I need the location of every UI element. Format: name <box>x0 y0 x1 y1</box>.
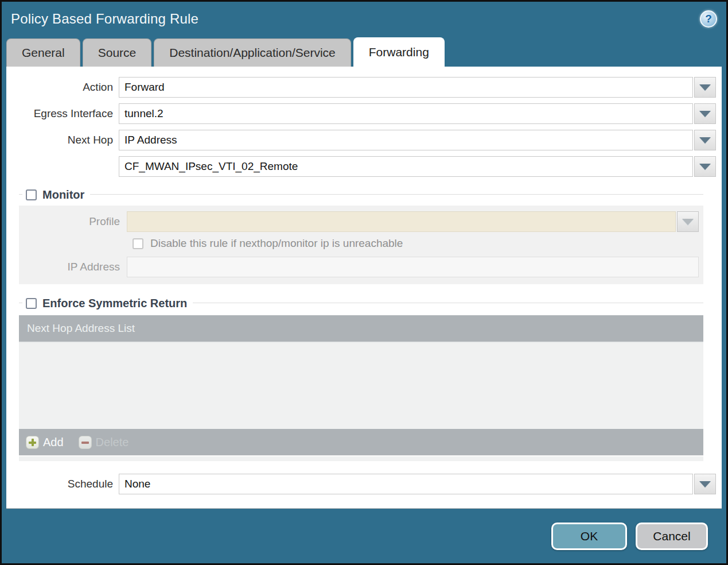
help-icon[interactable]: ? <box>700 10 717 28</box>
tab-source[interactable]: Source <box>83 38 152 67</box>
schedule-dropdown-button[interactable] <box>694 474 716 494</box>
monitor-legend: Monitor <box>19 187 703 202</box>
plus-icon <box>26 436 39 449</box>
next-hop-type-input[interactable]: IP Address <box>119 130 693 150</box>
monitor-body: Profile Disable this rule if nexthop/mon… <box>19 206 703 284</box>
disable-rule-label: Disable this rule if nexthop/monitor ip … <box>150 237 403 250</box>
symmetric-return-legend: Enforce Symmetric Return <box>19 296 703 311</box>
delete-button: Delete <box>79 436 129 449</box>
monitor-title: Monitor <box>42 188 84 202</box>
egress-interface-input[interactable]: tunnel.2 <box>119 103 693 124</box>
next-hop-address-input[interactable]: CF_MWAN_IPsec_VTI_02_Remote <box>119 156 693 177</box>
profile-label: Profile <box>19 215 127 228</box>
profile-dropdown-button <box>677 211 699 232</box>
add-button[interactable]: Add <box>26 436 64 449</box>
symmetric-return-title: Enforce Symmetric Return <box>42 297 187 310</box>
monitor-ip-address-label: IP Address <box>19 261 127 273</box>
next-hop-address-row: CF_MWAN_IPsec_VTI_02_Remote <box>6 156 716 177</box>
next-hop-address-list-header: Next Hop Address List <box>19 315 703 343</box>
disable-rule-checkbox <box>133 238 143 249</box>
chevron-down-icon <box>699 84 711 91</box>
chevron-down-icon <box>699 481 711 487</box>
minus-icon <box>79 436 92 449</box>
ok-button[interactable]: OK <box>551 523 627 550</box>
schedule-row: Schedule None <box>6 474 716 494</box>
title-bar: Policy Based Forwarding Rule ? <box>2 2 726 36</box>
profile-input <box>127 211 676 232</box>
next-hop-dropdown-button[interactable] <box>694 130 716 150</box>
tab-bar: General Source Destination/Application/S… <box>2 36 726 67</box>
action-dropdown-button[interactable] <box>694 77 716 98</box>
forwarding-tab-panel: Action Forward Egress Interface tunnel.2… <box>6 67 722 509</box>
monitor-section: Monitor Profile Disable this rule if nex… <box>19 187 703 284</box>
next-hop-address-table: Next Hop Address List Add Delete <box>19 315 703 461</box>
dialog-title: Policy Based Forwarding Rule <box>11 11 198 27</box>
monitor-legend-rule <box>19 194 703 195</box>
dialog-footer: OK Cancel <box>2 509 726 563</box>
egress-interface-row: Egress Interface tunnel.2 <box>6 103 716 124</box>
next-hop-row: Next Hop IP Address <box>6 130 716 150</box>
tab-destination-application-service[interactable]: Destination/Application/Service <box>154 38 351 67</box>
monitor-checkbox[interactable] <box>26 189 37 200</box>
tab-forwarding[interactable]: Forwarding <box>353 37 445 67</box>
monitor-ip-address-row: IP Address <box>19 257 699 277</box>
symmetric-return-checkbox[interactable] <box>26 298 37 309</box>
action-input[interactable]: Forward <box>119 77 693 98</box>
chevron-down-icon <box>699 164 711 170</box>
schedule-input[interactable]: None <box>119 474 693 494</box>
next-hop-label: Next Hop <box>6 134 119 146</box>
chevron-down-icon <box>699 111 711 117</box>
monitor-ip-address-input <box>127 257 699 277</box>
symmetric-return-section: Enforce Symmetric Return Next Hop Addres… <box>19 296 703 461</box>
chevron-down-icon <box>682 219 694 225</box>
egress-interface-label: Egress Interface <box>6 107 119 120</box>
pbf-rule-dialog: Policy Based Forwarding Rule ? General S… <box>0 0 728 565</box>
table-bottom-strip <box>19 455 703 461</box>
tab-general[interactable]: General <box>6 38 80 67</box>
action-row: Action Forward <box>6 77 716 98</box>
egress-interface-dropdown-button[interactable] <box>694 103 716 124</box>
next-hop-address-dropdown-button[interactable] <box>694 156 716 177</box>
cancel-button[interactable]: Cancel <box>636 523 708 550</box>
action-label: Action <box>6 81 119 94</box>
next-hop-address-list-toolbar: Add Delete <box>19 429 703 455</box>
profile-row: Profile <box>19 211 699 232</box>
schedule-label: Schedule <box>6 478 119 490</box>
disable-rule-row: Disable this rule if nexthop/monitor ip … <box>133 237 699 250</box>
chevron-down-icon <box>699 137 711 144</box>
next-hop-address-list-body <box>19 343 703 429</box>
